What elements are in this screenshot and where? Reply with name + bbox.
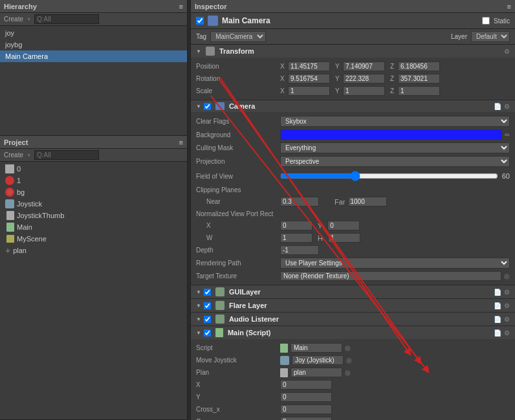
project-item-joystick[interactable]: Joystick — [0, 198, 187, 210]
cross-x-input[interactable]: 0 — [280, 404, 332, 414]
plan-select-icon[interactable]: ◎ — [345, 369, 351, 376]
main-container: Hierarchy ≡ Create ▾ joy joybg Main Came… — [0, 0, 515, 420]
background-label: Background — [196, 131, 280, 138]
hierarchy-item-joybg[interactable]: joybg — [0, 39, 187, 50]
audiolistener-component-icons: 📄 ⚙ — [494, 316, 510, 323]
culling-mask-select[interactable]: Everything — [280, 142, 510, 153]
viewport-y-label-inline: Y — [318, 222, 322, 230]
viewport-w-input[interactable]: 1 — [280, 233, 312, 243]
script-y-input[interactable]: 0 — [280, 392, 332, 402]
scale-x-input[interactable]: 1 — [288, 86, 330, 96]
clear-flags-select[interactable]: Skybox — [280, 116, 510, 127]
move-joystick-label: Move Joystick — [196, 357, 280, 364]
transform-header[interactable]: ▼ Transform ⚙ — [191, 45, 515, 58]
viewport-h-input[interactable]: 1 — [328, 233, 360, 243]
project-create-button[interactable]: Create — [4, 151, 23, 159]
viewport-x-label: X — [196, 222, 280, 229]
audiolistener-settings-icon[interactable]: ⚙ — [504, 316, 510, 323]
flarelayer-component: ▼ Flare Layer 📄 ⚙ — [191, 299, 515, 313]
guilayer-component: ▼ GUILayer 📄 ⚙ — [191, 285, 515, 299]
project-item-1[interactable]: 1 — [0, 175, 187, 186]
hierarchy-create-button[interactable]: Create — [4, 16, 23, 23]
mainscript-checkbox[interactable] — [204, 329, 211, 337]
far-input[interactable]: 1000 — [348, 197, 387, 206]
guilayer-settings-icon[interactable]: ⚙ — [504, 289, 510, 296]
depth-input[interactable]: -1 — [280, 245, 319, 255]
rotation-x-input[interactable]: 9.516754 — [288, 74, 330, 83]
projection-select[interactable]: Perspective — [280, 156, 510, 167]
script-ref-box[interactable]: Main — [290, 343, 342, 353]
guilayer-icon — [215, 287, 225, 296]
background-value: ✏ — [280, 129, 510, 140]
viewport-y-input[interactable]: 0 — [327, 221, 360, 230]
script-x-input[interactable]: 0 — [280, 380, 332, 390]
position-x-input[interactable]: 11.45175 — [288, 61, 330, 71]
tag-select[interactable]: MainCamera — [210, 31, 266, 42]
target-texture-box[interactable]: None (Render Texture) — [280, 271, 501, 281]
plan-ref-icon — [280, 368, 288, 377]
transform-settings-icon[interactable]: ⚙ — [504, 48, 510, 55]
guilayer-checkbox[interactable] — [204, 289, 211, 296]
mainscript-header[interactable]: ▼ Main (Script) 📄 ⚙ — [191, 326, 515, 339]
project-item-0[interactable]: 0 — [0, 163, 187, 175]
color-picker-icon[interactable]: ✏ — [505, 131, 510, 138]
rotation-y-input[interactable]: 222.328 — [343, 74, 385, 83]
project-item-plan[interactable]: + plan — [0, 245, 187, 256]
project-item-myscene[interactable]: MyScene — [0, 233, 187, 245]
audiolistener-header[interactable]: ▼ Audio Listener 📄 ⚙ — [191, 313, 515, 326]
hierarchy-search-input[interactable] — [34, 14, 99, 24]
viewport-x-input[interactable]: 0 — [280, 221, 312, 230]
project-item-label-main: Main — [17, 223, 32, 231]
project-item-bg[interactable]: bg — [0, 186, 187, 198]
audiolistener-page-icon[interactable]: 📄 — [494, 316, 501, 323]
camera-settings-icon[interactable]: ⚙ — [504, 103, 510, 110]
near-input[interactable]: 0.3 — [280, 197, 319, 206]
position-y-input[interactable]: 7.140907 — [343, 61, 385, 71]
mainscript-page-icon[interactable]: 📄 — [494, 329, 501, 337]
flarelayer-checkbox[interactable] — [204, 302, 211, 309]
script-file-icon — [280, 344, 288, 353]
object-active-checkbox[interactable] — [196, 17, 204, 25]
scale-x-item: X 1 — [280, 86, 330, 96]
hierarchy-collapse-icon[interactable]: ≡ — [179, 3, 183, 10]
inspector-collapse-icon[interactable]: ≡ — [507, 3, 511, 10]
layer-select[interactable]: Default — [471, 31, 510, 42]
mainscript-settings-icon[interactable]: ⚙ — [504, 329, 510, 337]
plan-ref-box[interactable]: plan — [290, 368, 342, 377]
flarelayer-settings-icon[interactable]: ⚙ — [504, 302, 510, 309]
project-search-input[interactable] — [34, 150, 99, 160]
script-select-icon[interactable]: ◎ — [345, 344, 351, 351]
rotation-z-input[interactable]: 357.3021 — [398, 74, 440, 83]
static-checkbox[interactable] — [482, 17, 490, 25]
position-z-input[interactable]: 6.180456 — [398, 61, 440, 71]
joystick-ref-icon — [280, 356, 289, 365]
camera-body: Clear Flags Skybox Background ✏ Cul — [191, 112, 515, 285]
hierarchy-item-joy[interactable]: joy — [0, 27, 187, 39]
cross-y-input[interactable]: 0 — [280, 417, 332, 420]
project-collapse-icon[interactable]: ≡ — [179, 138, 183, 146]
project-item-label-plan: plan — [13, 247, 27, 254]
hierarchy-header: Hierarchy ≡ — [0, 0, 187, 13]
flarelayer-page-icon[interactable]: 📄 — [494, 302, 501, 309]
circle-red-icon — [5, 176, 14, 185]
background-color-swatch[interactable] — [280, 129, 502, 140]
camera-checkbox[interactable] — [204, 103, 211, 110]
joystick-select-icon[interactable]: ◎ — [346, 357, 352, 364]
hierarchy-item-main-camera[interactable]: Main Camera — [0, 50, 187, 62]
scale-y-input[interactable]: 1 — [343, 86, 385, 96]
target-texture-select-icon[interactable]: ◎ — [504, 272, 510, 280]
camera-header[interactable]: ▼ Camera 📄 ⚙ — [191, 100, 515, 112]
project-item-main[interactable]: Main — [0, 221, 187, 233]
scale-z-input[interactable]: 1 — [398, 86, 440, 96]
rendering-path-select[interactable]: Use Player Settings — [280, 258, 510, 269]
audiolistener-checkbox[interactable] — [204, 316, 211, 323]
camera-page-icon[interactable]: 📄 — [494, 103, 501, 110]
tag-layer-row: Tag MainCamera Layer Default — [191, 29, 515, 45]
near-far-row: Near 0.3 Far 1000 — [191, 195, 515, 208]
fov-slider[interactable] — [280, 170, 498, 182]
flarelayer-header[interactable]: ▼ Flare Layer 📄 ⚙ — [191, 299, 515, 312]
joystick-ref-box[interactable]: Joy (Joystick) — [292, 355, 344, 365]
guilayer-header[interactable]: ▼ GUILayer 📄 ⚙ — [191, 285, 515, 298]
guilayer-page-icon[interactable]: 📄 — [494, 289, 501, 296]
project-item-joystickthumb[interactable]: JoystickThumb — [0, 210, 187, 221]
